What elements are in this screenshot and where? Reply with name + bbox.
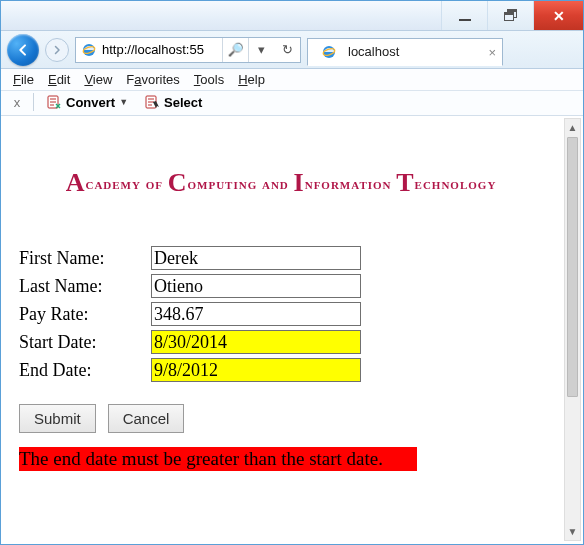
start-date-field[interactable] bbox=[151, 330, 361, 354]
academy-title: Academy of Computing and Information Tec… bbox=[66, 168, 497, 198]
url-input[interactable] bbox=[102, 42, 222, 57]
window-close-button[interactable]: ✕ bbox=[533, 1, 583, 30]
window-titlebar: ✕ bbox=[1, 1, 583, 31]
search-button[interactable]: 🔍 bbox=[222, 38, 248, 62]
menu-file[interactable]: File bbox=[13, 72, 34, 87]
label-last-name: Last Name: bbox=[19, 276, 151, 297]
end-date-field[interactable] bbox=[151, 358, 361, 382]
row-last-name: Last Name: bbox=[19, 274, 543, 298]
refresh-icon: ↻ bbox=[282, 42, 293, 57]
button-row: Submit Cancel bbox=[19, 404, 543, 433]
label-pay-rate: Pay Rate: bbox=[19, 304, 151, 325]
page-body: Academy of Computing and Information Tec… bbox=[1, 116, 561, 489]
browser-tab[interactable]: localhost × bbox=[307, 38, 503, 66]
submit-button[interactable]: Submit bbox=[19, 404, 96, 433]
content-viewport: Academy of Computing and Information Tec… bbox=[1, 116, 583, 543]
window-maximize-button[interactable] bbox=[487, 1, 533, 30]
url-dropdown[interactable]: ▾ bbox=[248, 38, 274, 62]
cancel-button[interactable]: Cancel bbox=[108, 404, 185, 433]
first-name-field[interactable] bbox=[151, 246, 361, 270]
row-pay-rate: Pay Rate: bbox=[19, 302, 543, 326]
page-heading: Academy of Computing and Information Tec… bbox=[19, 168, 543, 198]
arrow-right-icon bbox=[51, 44, 63, 56]
menu-edit[interactable]: Edit bbox=[48, 72, 70, 87]
ie-icon bbox=[80, 41, 98, 59]
select-label: Select bbox=[164, 95, 202, 110]
menu-help[interactable]: Help bbox=[238, 72, 265, 87]
tab-close-button[interactable]: × bbox=[488, 45, 496, 60]
convert-label: Convert bbox=[66, 95, 115, 110]
search-icon: 🔍 bbox=[228, 42, 244, 57]
chevron-down-icon: ▾ bbox=[258, 42, 265, 57]
select-button[interactable]: Select bbox=[140, 93, 206, 111]
label-start-date: Start Date: bbox=[19, 332, 151, 353]
refresh-button[interactable]: ↻ bbox=[274, 38, 300, 62]
browser-navbar: 🔍 ▾ ↻ localhost × bbox=[1, 31, 583, 69]
arrow-left-icon bbox=[15, 42, 31, 58]
menu-view[interactable]: View bbox=[84, 72, 112, 87]
scroll-up-button[interactable]: ▲ bbox=[565, 119, 580, 136]
window-minimize-button[interactable] bbox=[441, 1, 487, 30]
ie-icon bbox=[320, 43, 338, 61]
convert-button[interactable]: Convert ▼ bbox=[42, 93, 132, 111]
address-bar[interactable]: 🔍 ▾ ↻ bbox=[75, 37, 301, 63]
row-end-date: End Date: bbox=[19, 358, 543, 382]
chevron-down-icon: ▼ bbox=[119, 97, 128, 107]
last-name-field[interactable] bbox=[151, 274, 361, 298]
vertical-scrollbar[interactable]: ▲ ▼ bbox=[564, 118, 581, 541]
label-end-date: End Date: bbox=[19, 360, 151, 381]
menu-tools[interactable]: Tools bbox=[194, 72, 224, 87]
scroll-thumb[interactable] bbox=[567, 137, 578, 397]
scroll-down-button[interactable]: ▼ bbox=[565, 523, 580, 540]
toolbar-divider bbox=[33, 93, 34, 111]
validation-error: The end date must be greater than the st… bbox=[19, 447, 417, 471]
menu-bar: File Edit View Favorites Tools Help bbox=[1, 69, 583, 91]
tab-title: localhost bbox=[348, 44, 399, 59]
pay-rate-field[interactable] bbox=[151, 302, 361, 326]
toolbar: x Convert ▼ Select bbox=[1, 91, 583, 116]
forward-button[interactable] bbox=[45, 38, 69, 62]
row-start-date: Start Date: bbox=[19, 330, 543, 354]
row-first-name: First Name: bbox=[19, 246, 543, 270]
label-first-name: First Name: bbox=[19, 248, 151, 269]
back-button[interactable] bbox=[7, 34, 39, 66]
convert-icon bbox=[46, 94, 62, 110]
toolbar-close[interactable]: x bbox=[9, 95, 25, 110]
titlebar-spacer bbox=[1, 1, 441, 30]
select-icon bbox=[144, 94, 160, 110]
close-icon: ✕ bbox=[553, 8, 565, 24]
menu-favorites[interactable]: Favorites bbox=[126, 72, 179, 87]
